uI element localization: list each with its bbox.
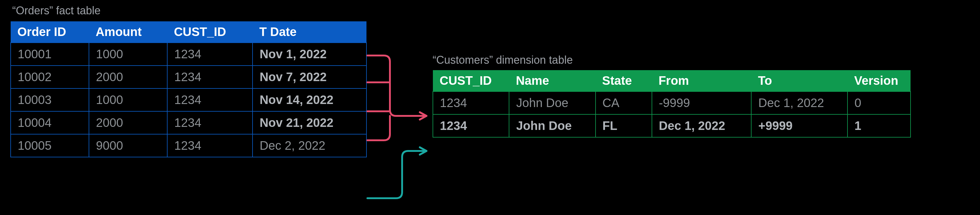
- table-cell: Dec 1, 2022: [652, 115, 751, 137]
- customers-header-cell: From: [652, 70, 751, 91]
- table-cell: Nov 21, 2022: [253, 111, 366, 134]
- table-cell: +9999: [751, 115, 848, 137]
- table-cell: 10001: [11, 43, 89, 65]
- relationship-connectors: [366, 37, 436, 207]
- customers-header-cell: Version: [848, 70, 910, 91]
- table-cell: 9000: [89, 134, 167, 157]
- orders-fact-table: Order ID Amount CUST_ID T Date 100011000…: [10, 21, 367, 158]
- table-cell: 10002: [11, 65, 89, 88]
- table-cell: 2000: [89, 111, 167, 134]
- table-cell: 10004: [11, 111, 89, 134]
- table-cell: 1234: [167, 111, 253, 134]
- table-cell: 10005: [11, 134, 89, 157]
- red-connector-arrow: [368, 56, 426, 140]
- table-cell: 1000: [89, 43, 167, 65]
- table-cell: Nov 1, 2022: [253, 43, 366, 65]
- customers-header-cell: CUST_ID: [433, 70, 509, 91]
- table-row: 1000590001234Dec 2, 2022: [11, 134, 366, 157]
- customers-dimension-table: CUST_ID Name State From To Version 1234J…: [433, 70, 911, 137]
- table-cell: Nov 7, 2022: [253, 65, 366, 88]
- customers-header-cell: To: [751, 70, 848, 91]
- table-row: 1000110001234Nov 1, 2022: [11, 43, 366, 65]
- table-row: 1234John DoeFLDec 1, 2022+99991: [433, 115, 910, 137]
- orders-caption: “Orders” fact table: [12, 4, 100, 17]
- customers-header-cell: State: [595, 70, 652, 91]
- table-cell: 1: [848, 115, 910, 137]
- table-cell: 1234: [167, 65, 253, 88]
- orders-header-cell: T Date: [253, 21, 366, 43]
- table-row: 1000420001234Nov 21, 2022: [11, 111, 366, 134]
- table-cell: 2000: [89, 65, 167, 88]
- orders-header-cell: Amount: [89, 21, 167, 43]
- table-cell: 1000: [89, 88, 167, 111]
- customers-caption: “Customers” dimension table: [433, 54, 573, 67]
- table-cell: 1234: [433, 115, 509, 137]
- table-cell: John Doe: [509, 115, 595, 137]
- table-cell: 10003: [11, 88, 89, 111]
- table-row: 1000220001234Nov 7, 2022: [11, 65, 366, 88]
- orders-header-row: Order ID Amount CUST_ID T Date: [11, 21, 366, 43]
- table-cell: 1234: [167, 88, 253, 111]
- table-cell: Nov 14, 2022: [253, 88, 366, 111]
- table-cell: 1234: [167, 43, 253, 65]
- table-cell: FL: [595, 115, 652, 137]
- orders-header-cell: CUST_ID: [167, 21, 253, 43]
- customers-header-row: CUST_ID Name State From To Version: [433, 70, 910, 91]
- orders-header-cell: Order ID: [11, 21, 89, 43]
- table-cell: 0: [848, 91, 910, 115]
- teal-connector-arrow: [368, 147, 426, 198]
- table-cell: Dec 2, 2022: [253, 134, 366, 157]
- table-cell: Dec 1, 2022: [751, 91, 848, 115]
- customers-header-cell: Name: [509, 70, 595, 91]
- table-row: 1234John DoeCA-9999Dec 1, 20220: [433, 91, 910, 115]
- table-cell: 1234: [167, 134, 253, 157]
- table-cell: CA: [595, 91, 652, 115]
- table-cell: John Doe: [509, 91, 595, 115]
- table-row: 1000310001234Nov 14, 2022: [11, 88, 366, 111]
- table-cell: 1234: [433, 91, 509, 115]
- table-cell: -9999: [652, 91, 751, 115]
